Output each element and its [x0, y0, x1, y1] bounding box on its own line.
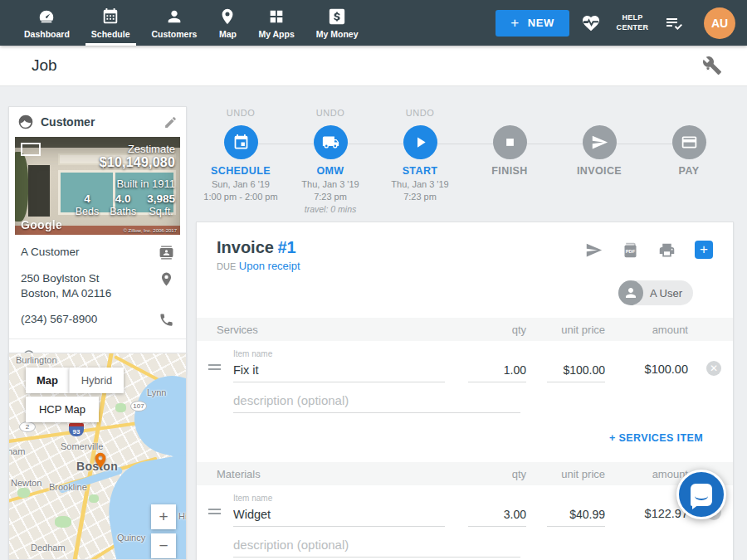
customer-name: A Customer	[21, 245, 159, 260]
col-qty: qty	[468, 468, 526, 480]
step-invoice: INVOICE	[554, 108, 644, 216]
service-name-input[interactable]	[233, 361, 445, 382]
person-icon	[623, 285, 638, 300]
zoom-in-button[interactable]: +	[151, 504, 176, 529]
invoice-step-button[interactable]	[583, 125, 617, 159]
chat-fab-button[interactable]	[676, 470, 726, 519]
invoice-title: Invoice	[217, 238, 274, 256]
nav-item-customers[interactable]: Customers	[141, 0, 208, 46]
hybrid-type-button[interactable]: Hybrid	[69, 368, 124, 393]
stat-value: 3,985	[147, 192, 175, 205]
hcp-map-button[interactable]: HCP Map	[26, 397, 99, 422]
material-unit-price-input[interactable]	[547, 505, 605, 527]
map-label-quincy: Quincy	[117, 533, 145, 543]
add-services-item-link[interactable]: + SERVICES ITEM	[609, 432, 703, 444]
material-description-row	[197, 527, 733, 558]
contact-card-icon[interactable]	[159, 245, 174, 261]
built-year: Built in 1911	[76, 178, 175, 190]
customers-icon	[165, 7, 183, 26]
nav-item-map[interactable]: Map	[208, 0, 247, 46]
customer-address: 250 Boylston StBoston, MA 02116	[21, 271, 159, 301]
step-label: FINISH	[465, 165, 554, 177]
start-step-button[interactable]	[403, 125, 437, 159]
job-progress-pipeline: UNDO SCHEDULE Sun, Jan 6 '191:00 pm - 2:…	[196, 108, 734, 216]
assignee-chip[interactable]: A User	[618, 280, 693, 305]
col-amount: amount	[605, 468, 688, 480]
step-schedule: UNDO SCHEDULE Sun, Jan 6 '191:00 pm - 2:…	[196, 108, 286, 216]
due-label: DUE	[217, 261, 236, 271]
drag-handle-icon[interactable]	[208, 362, 227, 373]
invoice-number: #1	[277, 238, 295, 256]
help-center-link[interactable]: HELP CENTER	[613, 13, 652, 32]
customer-card: Customer Zestimate $10,149,080 Built in …	[8, 106, 187, 374]
i93-shield: 93	[69, 423, 84, 436]
material-qty-input[interactable]	[468, 505, 526, 527]
zoom-out-button[interactable]: −	[151, 533, 176, 558]
map-label-dedham: Dedham	[31, 543, 66, 553]
stat-label: Beds	[76, 206, 100, 217]
undo-omw-button[interactable]: UNDO	[286, 108, 375, 119]
pdf-icon[interactable]: PDF	[622, 241, 639, 259]
nav-item-my-money[interactable]: My Money	[305, 0, 369, 46]
streetview-frame-icon[interactable]	[21, 143, 41, 156]
omw-step-button[interactable]	[314, 125, 348, 159]
service-unit-price-input[interactable]	[547, 361, 605, 382]
map-widget[interactable]: Burlington Lynn Somerville ham Boston Ne…	[8, 353, 187, 560]
park-area	[17, 488, 30, 498]
nav-label: Customers	[152, 29, 198, 39]
delete-service-item-button[interactable]: ✕	[706, 361, 721, 376]
undo-schedule-button[interactable]: UNDO	[196, 108, 286, 119]
nav-item-dashboard[interactable]: Dashboard	[13, 0, 81, 46]
health-heart-icon[interactable]	[581, 13, 601, 33]
drag-handle-icon[interactable]	[208, 506, 227, 517]
new-button-label: NEW	[528, 17, 554, 29]
new-button[interactable]: + NEW	[496, 10, 569, 37]
map-label-waltham: ham	[8, 446, 25, 456]
edit-pencil-icon[interactable]	[164, 115, 178, 129]
col-qty: qty	[468, 324, 526, 336]
undo-spacer	[644, 108, 734, 119]
map-type-button[interactable]: Map	[26, 368, 69, 393]
location-pin-icon[interactable]	[159, 271, 174, 287]
phone-icon[interactable]	[159, 312, 174, 328]
services-heading: Services	[217, 324, 468, 336]
materials-heading: Materials	[217, 468, 468, 480]
send-icon	[591, 134, 608, 151]
job-settings-wrench-icon[interactable]	[702, 56, 722, 75]
pay-step-button[interactable]	[672, 125, 706, 159]
playlist-check-icon[interactable]	[664, 13, 684, 33]
material-name-input[interactable]	[233, 505, 445, 527]
title-bar: Job	[0, 46, 747, 86]
undo-start-button[interactable]: UNDO	[375, 108, 465, 119]
step-date-line2: 1:00 pm - 2:00 pm	[203, 192, 277, 202]
send-invoice-icon[interactable]	[585, 241, 603, 259]
user-avatar[interactable]: AU	[704, 7, 735, 39]
job-location-pin-icon[interactable]	[91, 451, 110, 470]
step-date-line1: Thu, Jan 3 '19	[301, 179, 359, 189]
nav-item-schedule[interactable]: Schedule	[81, 0, 141, 46]
step-date: Thu, Jan 3 '197:23 pm	[375, 178, 465, 203]
material-description-input[interactable]	[233, 535, 520, 558]
service-description-input[interactable]	[233, 391, 520, 413]
service-qty-input[interactable]	[468, 361, 526, 382]
step-date: Sun, Jan 6 '191:00 pm - 2:00 pm	[196, 178, 286, 203]
map-label-burlington: Burlington	[16, 355, 57, 365]
customer-phone: (234) 567-8900	[21, 312, 159, 327]
nav-item-my-apps[interactable]: My Apps	[247, 0, 305, 46]
finish-step-button[interactable]	[493, 125, 527, 159]
service-amount: $100.00	[605, 363, 688, 382]
item-name-label: Item name	[233, 349, 445, 358]
dashboard-icon	[37, 7, 56, 26]
print-icon[interactable]	[658, 241, 676, 259]
step-date: Thu, Jan 3 '197:23 pmtravel: 0 mins	[286, 178, 375, 216]
map-label-hingham: Hi	[178, 511, 187, 521]
due-value-link[interactable]: Upon receipt	[239, 260, 300, 272]
schedule-step-button[interactable]	[224, 125, 258, 159]
add-invoice-item-button[interactable]: +	[695, 241, 713, 259]
undo-spacer	[554, 108, 644, 119]
street-view-photo[interactable]: Zestimate $10,149,080 Built in 1911 4Bed…	[15, 137, 180, 235]
col-unit-price: unit price	[526, 468, 605, 480]
nav-label: Map	[219, 29, 237, 39]
map-label-somerville: Somerville	[61, 441, 103, 451]
calendar-icon	[232, 134, 250, 151]
